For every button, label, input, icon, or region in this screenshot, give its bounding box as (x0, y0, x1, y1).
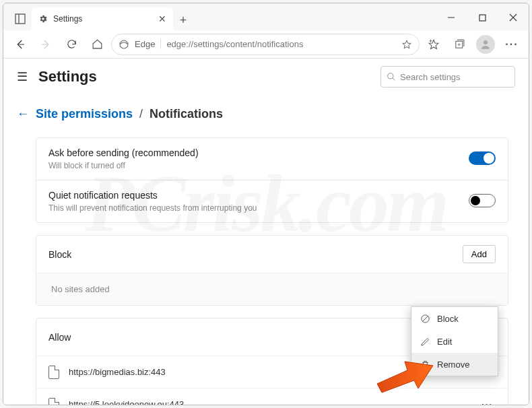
maximize-button[interactable] (467, 5, 498, 30)
site-url: https://5.lookvideonow.eu:443 (69, 399, 184, 405)
gear-icon (38, 14, 48, 24)
ctx-edit[interactable]: Edit (411, 330, 498, 353)
search-icon (387, 72, 396, 81)
block-section-title: Block (48, 249, 71, 260)
svg-point-8 (120, 40, 128, 48)
site-more-button[interactable]: ··· (479, 397, 496, 405)
breadcrumb-link[interactable]: Site permissions (36, 107, 133, 121)
setting-ask-sub: Will block if turned off (48, 161, 469, 170)
ctx-edit-label: Edit (437, 337, 452, 347)
close-tab-icon[interactable]: ✕ (158, 13, 166, 24)
file-icon (48, 398, 59, 405)
annotation-arrow (374, 353, 434, 394)
url-text: edge://settings/content/notifications (166, 39, 303, 49)
tab-title: Settings (53, 14, 82, 24)
edit-icon (420, 336, 430, 347)
ctx-block[interactable]: Block (411, 307, 498, 330)
ctx-remove-label: Remove (437, 360, 469, 370)
address-bar[interactable]: Edge edge://settings/content/notificatio… (111, 34, 420, 55)
site-row: https://5.lookvideonow.eu:443 ··· (36, 388, 508, 405)
browser-tab[interactable]: Settings ✕ (32, 7, 173, 30)
file-icon (48, 366, 59, 379)
svg-point-17 (388, 73, 393, 79)
minimize-button[interactable] (436, 5, 467, 30)
search-input[interactable]: Search settings (380, 66, 515, 88)
quiet-requests-toggle[interactable] (469, 194, 496, 207)
search-placeholder: Search settings (400, 72, 461, 82)
close-window-button[interactable] (498, 5, 529, 30)
back-button[interactable] (9, 33, 32, 56)
favorites-button[interactable] (422, 33, 445, 56)
forward-button[interactable] (34, 33, 57, 56)
settings-menu-icon[interactable]: ☰ (17, 69, 28, 84)
breadcrumb-back-icon[interactable]: ← (17, 107, 29, 121)
collections-button[interactable] (448, 33, 471, 56)
new-tab-button[interactable]: + (173, 10, 193, 30)
edge-logo-icon (119, 39, 129, 50)
block-add-button[interactable]: Add (463, 245, 496, 263)
block-icon (420, 313, 430, 324)
allow-section-title: Allow (48, 332, 71, 343)
setting-quiet-sub: This will prevent notification requests … (48, 203, 469, 213)
breadcrumb: ← Site permissions / Notifications (17, 107, 523, 121)
menu-button[interactable]: ··· (500, 33, 523, 56)
svg-point-16 (484, 40, 488, 44)
breadcrumb-current: Notifications (149, 107, 223, 121)
svg-rect-3 (479, 15, 486, 21)
edge-label: Edge (135, 39, 161, 49)
svg-rect-0 (15, 14, 25, 24)
site-url: https://bigmedias.biz:443 (69, 367, 166, 377)
profile-button[interactable] (476, 35, 495, 54)
favorite-icon[interactable] (401, 39, 412, 50)
setting-ask-title: Ask before sending (recommended) (48, 147, 469, 158)
home-button[interactable] (86, 33, 108, 56)
setting-quiet-title: Quiet notification requests (48, 190, 469, 201)
page-title: Settings (38, 68, 97, 86)
ask-before-sending-toggle[interactable] (469, 151, 496, 165)
svg-line-20 (422, 316, 428, 322)
reload-button[interactable] (60, 33, 83, 56)
ctx-block-label: Block (437, 314, 459, 324)
tab-actions-icon[interactable] (9, 7, 32, 30)
svg-line-18 (393, 78, 395, 81)
block-empty-text: No sites added (36, 273, 508, 305)
breadcrumb-sep: / (139, 107, 143, 121)
